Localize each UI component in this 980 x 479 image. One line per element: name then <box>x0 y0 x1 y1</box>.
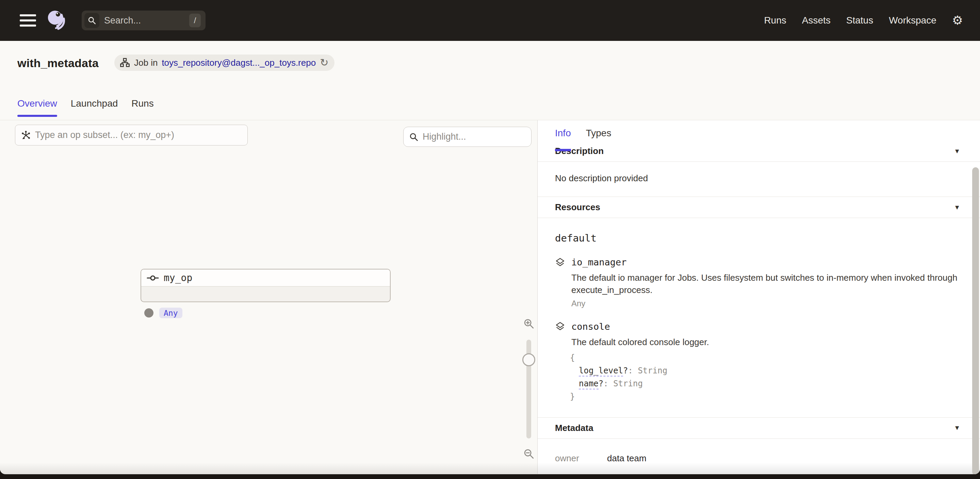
nav-assets[interactable]: Assets <box>802 15 830 26</box>
nav-runs[interactable]: Runs <box>764 15 786 26</box>
schema-open-brace: { <box>570 351 959 364</box>
description-section-header[interactable]: Description ▼ <box>538 146 980 162</box>
search-placeholder: Search... <box>104 15 189 26</box>
tab-overview[interactable]: Overview <box>18 98 57 120</box>
metadata-section-header[interactable]: Metadata ▼ <box>538 418 980 439</box>
resource-name: io_manager <box>571 257 627 267</box>
page-title: with_metadata <box>18 57 99 70</box>
metadata-section-body: owner data team link https://dagster.io <box>538 439 980 474</box>
metadata-key: owner <box>555 453 607 464</box>
op-graph-pane: Type an op subset... (ex: my_op+) Highli… <box>0 120 538 474</box>
highlight-search-icon <box>409 132 418 142</box>
panel-scrollbar[interactable] <box>972 167 979 474</box>
op-output-handle[interactable] <box>144 308 153 318</box>
hamburger-menu-icon[interactable] <box>20 14 36 27</box>
job-detail-pane: Info Types Description ▼ No description … <box>538 120 980 474</box>
resource-name: console <box>571 321 610 332</box>
resource-io-manager: io_manager The default io manager for Jo… <box>555 257 959 308</box>
zoom-in-icon[interactable] <box>523 318 535 329</box>
metadata-row-link: link https://dagster.io <box>555 468 959 474</box>
detail-tabs: Info Types <box>555 128 611 147</box>
op-subset-input[interactable]: Type an op subset... (ex: my_op+) <box>15 125 248 145</box>
search-icon <box>84 13 99 28</box>
tab-info[interactable]: Info <box>555 128 571 147</box>
metadata-title: Metadata <box>555 423 593 433</box>
app-window: Search... / Runs Assets Status Workspace… <box>0 0 980 474</box>
top-navigation-bar: Search... / Runs Assets Status Workspace… <box>0 0 980 41</box>
schema-field-name: name?: String <box>570 377 959 390</box>
highlight-placeholder: Highlight... <box>423 131 466 142</box>
description-title: Description <box>555 146 604 156</box>
resource-description: The default colored console logger. <box>571 336 958 348</box>
highlight-input[interactable]: Highlight... <box>403 127 531 147</box>
repository-link[interactable]: toys_repository@dagst..._op_toys.repo <box>162 57 316 68</box>
resource-config-type: Any <box>571 299 959 308</box>
resources-section-header[interactable]: Resources ▼ <box>538 197 980 218</box>
op-subset-placeholder: Type an op subset... (ex: my_op+) <box>35 130 174 141</box>
chevron-down-icon[interactable]: ▼ <box>954 147 960 155</box>
schema-field-log-level: log_level?: String <box>570 364 959 377</box>
op-node-my-op[interactable]: my_op <box>140 269 391 302</box>
resource-group-name: default <box>555 232 959 244</box>
metadata-link[interactable]: https://dagster.io <box>607 473 672 474</box>
job-in-label: Job in <box>134 57 158 68</box>
job-graph-icon <box>120 57 130 68</box>
zoom-slider-track[interactable] <box>527 340 531 439</box>
chevron-down-icon[interactable]: ▼ <box>954 204 960 211</box>
refresh-icon[interactable]: ↻ <box>320 57 328 68</box>
job-breadcrumb: Job in toys_repository@dagst..._op_toys.… <box>115 54 334 71</box>
zoom-out-icon[interactable] <box>523 448 535 460</box>
description-section-body: No description provided <box>538 162 980 197</box>
main-content: Type an op subset... (ex: my_op+) Highli… <box>0 120 980 474</box>
metadata-key: link <box>555 473 607 474</box>
tab-runs[interactable]: Runs <box>131 98 153 120</box>
nav-status[interactable]: Status <box>846 15 873 26</box>
link-icon <box>676 474 686 474</box>
resource-icon <box>555 321 565 332</box>
graph-zoom-control <box>520 318 538 460</box>
nav-workspace[interactable]: Workspace <box>889 15 937 26</box>
search-shortcut-key: / <box>189 14 201 27</box>
config-schema-block: { log_level?: String name?: String } <box>570 351 959 403</box>
metadata-value: data team <box>607 453 646 464</box>
detail-scroll-area[interactable]: Description ▼ No description provided Re… <box>538 146 980 474</box>
output-type-badge[interactable]: Any <box>159 308 182 318</box>
global-search-input[interactable]: Search... / <box>82 11 205 30</box>
resource-console: console The default colored console logg… <box>555 321 959 403</box>
resource-description: The default io manager for Jobs. Uses fi… <box>571 272 958 296</box>
tab-types[interactable]: Types <box>586 128 611 147</box>
resource-icon <box>555 257 565 267</box>
op-icon <box>147 274 159 282</box>
op-selector-icon <box>21 130 31 141</box>
chevron-down-icon[interactable]: ▼ <box>954 424 960 432</box>
job-header: with_metadata Job in toys_repository@dag… <box>0 41 980 120</box>
no-description-text: No description provided <box>555 173 963 184</box>
resources-section-body: default io_manager The default io manage… <box>538 218 980 418</box>
metadata-row-owner: owner data team <box>555 448 959 468</box>
op-node-name: my_op <box>164 272 192 283</box>
schema-close-brace: } <box>570 390 959 403</box>
top-nav-links: Runs Assets Status Workspace ⚙ <box>764 14 980 27</box>
job-tabs: Overview Launchpad Runs <box>18 98 154 120</box>
dagster-logo-icon[interactable] <box>46 9 68 32</box>
tab-launchpad[interactable]: Launchpad <box>71 98 118 120</box>
zoom-slider-handle[interactable] <box>522 353 535 366</box>
gear-icon[interactable]: ⚙ <box>952 14 963 27</box>
resources-title: Resources <box>555 202 600 212</box>
